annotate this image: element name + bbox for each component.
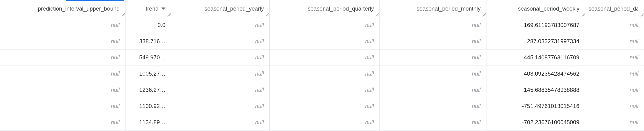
column-header-monthly[interactable]: seasonal_period_monthly [380, 0, 486, 17]
cell-quarterly-0[interactable]: null [270, 17, 380, 33]
column-header-label: seasonal_period_quarterly [308, 6, 374, 12]
cell-upper-6[interactable]: null [0, 114, 125, 130]
cell-yearly-1[interactable]: null [171, 33, 270, 50]
column-header-label: seasonal_period_weekly [518, 6, 580, 12]
cell-yearly-0[interactable]: null [171, 17, 270, 33]
cell-monthly-1[interactable]: null [380, 33, 486, 50]
column-header-upper-bound[interactable]: prediction_interval_upper_bound [0, 0, 125, 17]
cell-yearly-2[interactable]: null [171, 50, 270, 66]
cell-yearly-5[interactable]: null [171, 98, 270, 114]
cell-quarterly-1[interactable]: null [270, 33, 380, 50]
resize-handle-icon[interactable] [374, 12, 379, 17]
column-weekly: seasonal_period_weekly 169.6119378300768… [486, 0, 585, 130]
cell-daily-2[interactable]: null [585, 50, 644, 66]
cell-yearly-4[interactable]: null [171, 82, 270, 98]
cell-daily-4[interactable]: null [585, 82, 644, 98]
cell-daily-1[interactable]: null [585, 33, 644, 50]
cell-yearly-6[interactable]: null [171, 114, 270, 130]
column-header-label: seasonal_period_monthly [416, 6, 480, 12]
cell-monthly-2[interactable]: null [380, 50, 486, 66]
cell-quarterly-6[interactable]: null [270, 114, 380, 130]
column-header-weekly[interactable]: seasonal_period_weekly [486, 0, 585, 17]
cell-weekly-2[interactable]: 445.14087763116709 [486, 50, 585, 66]
cell-trend-6[interactable]: 1134.89… [126, 114, 171, 130]
cell-upper-3[interactable]: null [0, 66, 125, 82]
cell-trend-1[interactable]: 338.716… [126, 33, 171, 50]
column-upper-bound: prediction_interval_upper_bound null nul… [0, 0, 126, 130]
column-header-trend[interactable]: trend [126, 0, 171, 17]
column-header-quarterly[interactable]: seasonal_period_quarterly [270, 0, 380, 17]
resize-handle-icon[interactable] [481, 12, 486, 17]
resize-handle-icon[interactable] [580, 12, 584, 17]
sort-desc-icon [161, 8, 166, 10]
cell-weekly-1[interactable]: 287.0332731997334 [486, 33, 585, 50]
column-yearly: seasonal_period_yearly null null null nu… [171, 0, 270, 130]
column-header-daily[interactable]: seasonal_period_daily [585, 0, 644, 17]
resize-handle-icon[interactable] [639, 12, 644, 17]
resize-handle-icon[interactable] [264, 12, 269, 17]
column-trend: trend 0.0 338.716… 549.970… 1005.27… 123… [126, 0, 171, 130]
cell-weekly-4[interactable]: 145.68835478938888 [486, 82, 585, 98]
cell-monthly-3[interactable]: null [380, 66, 486, 82]
cell-daily-6[interactable]: null [585, 114, 644, 130]
cell-quarterly-5[interactable]: null [270, 98, 380, 114]
cell-upper-2[interactable]: null [0, 50, 125, 66]
column-header-label: trend [146, 6, 158, 12]
column-header-label: seasonal_period_yearly [204, 6, 264, 12]
cell-weekly-6[interactable]: -702.23676100045009 [486, 114, 585, 130]
active-tab-indicator [66, 0, 124, 1]
cell-weekly-5[interactable]: -751.49761013015416 [486, 98, 585, 114]
column-monthly: seasonal_period_monthly null null null n… [380, 0, 486, 130]
column-header-label: prediction_interval_upper_bound [38, 6, 120, 12]
cell-quarterly-4[interactable]: null [270, 82, 380, 98]
cell-trend-4[interactable]: 1236.27… [126, 82, 171, 98]
resize-handle-icon[interactable] [166, 12, 171, 17]
cell-trend-0[interactable]: 0.0 [126, 17, 171, 33]
results-table: prediction_interval_upper_bound null nul… [0, 0, 644, 130]
cell-daily-0[interactable]: null [585, 17, 644, 33]
cell-upper-0[interactable]: null [0, 17, 125, 33]
cell-upper-1[interactable]: null [0, 33, 125, 50]
cell-quarterly-2[interactable]: null [270, 50, 380, 66]
column-quarterly: seasonal_period_quarterly null null null… [270, 0, 380, 130]
cell-daily-3[interactable]: null [585, 66, 644, 82]
cell-daily-5[interactable]: null [585, 98, 644, 114]
column-daily: seasonal_period_daily null null null nul… [585, 0, 644, 130]
cell-monthly-4[interactable]: null [380, 82, 486, 98]
cell-trend-5[interactable]: 1100.92… [126, 98, 171, 114]
cell-upper-5[interactable]: null [0, 98, 125, 114]
cell-upper-4[interactable]: null [0, 82, 125, 98]
cell-monthly-0[interactable]: null [380, 17, 486, 33]
resize-handle-icon[interactable] [120, 12, 125, 17]
cell-weekly-0[interactable]: 169.61193783007687 [486, 17, 585, 33]
cell-weekly-3[interactable]: 403.09235428474562 [486, 66, 585, 82]
cell-monthly-5[interactable]: null [380, 98, 486, 114]
column-header-yearly[interactable]: seasonal_period_yearly [171, 0, 270, 17]
cell-yearly-3[interactable]: null [171, 66, 270, 82]
cell-trend-2[interactable]: 549.970… [126, 50, 171, 66]
column-header-label: seasonal_period_daily [588, 6, 638, 12]
cell-monthly-6[interactable]: null [380, 114, 486, 130]
cell-quarterly-3[interactable]: null [270, 66, 380, 82]
cell-trend-3[interactable]: 1005.27… [126, 66, 171, 82]
